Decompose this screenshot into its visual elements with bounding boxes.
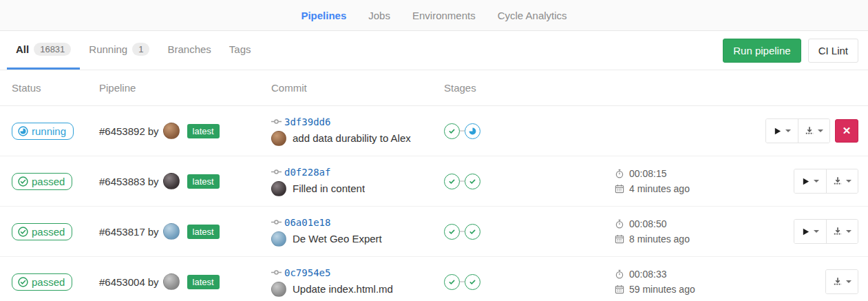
- nav-item-cycle-analytics[interactable]: Cycle Analytics: [498, 10, 567, 21]
- pipeline-row: passed #6453004 by latest 0c7954e5 Updat…: [0, 257, 868, 301]
- latest-badge: latest: [187, 174, 220, 189]
- commit-sha-link[interactable]: d0f228af: [284, 167, 330, 178]
- avatar[interactable]: [271, 181, 286, 196]
- status-label: running: [32, 125, 66, 137]
- status-badge-running[interactable]: running: [12, 123, 74, 140]
- avatar[interactable]: [271, 282, 286, 297]
- tab-tags[interactable]: Tags: [220, 31, 260, 70]
- pipeline-link[interactable]: #6453817: [99, 226, 145, 238]
- play-icon: [801, 177, 810, 186]
- chevron-down-icon: [814, 180, 819, 183]
- tab-branches[interactable]: Branches: [158, 31, 220, 70]
- column-header-stages: Stages: [444, 82, 609, 94]
- tab-all-count-badge: 16831: [34, 43, 71, 56]
- avatar[interactable]: [271, 231, 286, 247]
- column-header-status: Status: [0, 82, 99, 94]
- avatar[interactable]: [163, 123, 180, 139]
- pipeline-finished-ago: 4 minutes ago: [629, 183, 690, 194]
- latest-badge: latest: [187, 275, 220, 289]
- status-badge-passed[interactable]: passed: [12, 173, 72, 190]
- tab-tags-label: Tags: [229, 43, 251, 55]
- tab-all[interactable]: All 16831: [7, 31, 80, 70]
- calendar-icon: [615, 184, 624, 194]
- artifacts-download-button[interactable]: [826, 220, 858, 243]
- pipeline-duration: 00:08:33: [629, 269, 667, 280]
- pipeline-link[interactable]: #6453883: [99, 176, 145, 187]
- play-icon: [773, 127, 782, 136]
- latest-badge: latest: [187, 225, 220, 239]
- artifacts-download-button[interactable]: [798, 119, 829, 143]
- stage-connector: [460, 231, 465, 232]
- stage-passed-icon[interactable]: [444, 123, 460, 139]
- status-badge-passed[interactable]: passed: [12, 223, 72, 240]
- chevron-down-icon: [818, 129, 823, 132]
- by-label: by: [148, 125, 159, 137]
- stage-connector: [460, 180, 465, 182]
- check-icon: [468, 227, 477, 236]
- status-badge-passed[interactable]: passed: [12, 273, 72, 291]
- commit-icon: [271, 267, 282, 278]
- pipeline-row: passed #6453817 by latest 06a01e18 De We…: [0, 207, 868, 257]
- stage-passed-icon[interactable]: [465, 224, 480, 240]
- commit-sha-link[interactable]: 0c7954e5: [284, 267, 330, 278]
- check-icon: [447, 278, 456, 287]
- chevron-down-icon: [785, 129, 791, 132]
- nav-item-environments[interactable]: Environments: [412, 10, 476, 21]
- manual-actions-group: [794, 219, 858, 244]
- close-icon: ✕: [843, 125, 851, 137]
- running-spinner-icon: [18, 126, 28, 136]
- commit-message-link[interactable]: add data durability to Alex: [293, 132, 411, 144]
- pipeline-finished-ago: 8 minutes ago: [629, 233, 690, 245]
- cancel-pipeline-button[interactable]: ✕: [835, 119, 858, 143]
- tab-all-label: All: [16, 43, 29, 55]
- commit-message-link[interactable]: Update index.html.md: [293, 283, 393, 295]
- commit-message-link[interactable]: De Wet Geo Expert: [293, 233, 382, 245]
- timer-icon: [615, 269, 624, 279]
- download-icon: [833, 176, 843, 186]
- avatar[interactable]: [163, 273, 180, 290]
- stage-passed-icon[interactable]: [444, 274, 460, 290]
- nav-item-jobs[interactable]: Jobs: [368, 10, 390, 21]
- pipeline-row: running #6453892 by latest 3df39dd6 add …: [0, 106, 868, 156]
- tab-running[interactable]: Running 1: [80, 31, 158, 70]
- pipeline-link[interactable]: #6453004: [99, 276, 145, 288]
- stage-passed-icon[interactable]: [444, 224, 460, 240]
- calendar-icon: [615, 284, 624, 294]
- chevron-down-icon: [846, 230, 851, 233]
- artifacts-download-button[interactable]: [826, 270, 858, 293]
- commit-icon: [271, 116, 282, 127]
- play-dropdown-button[interactable]: [794, 169, 826, 193]
- by-label: by: [148, 276, 159, 288]
- by-label: by: [148, 226, 159, 238]
- tab-running-label: Running: [89, 43, 127, 55]
- stage-passed-icon[interactable]: [465, 174, 480, 189]
- commit-sha-link[interactable]: 3df39dd6: [284, 116, 330, 127]
- pipelines-tabbar: All 16831 Running 1 Branches Tags Run pi…: [0, 31, 868, 70]
- play-dropdown-button[interactable]: [794, 220, 826, 243]
- tab-running-count-badge: 1: [132, 43, 149, 56]
- run-pipeline-button[interactable]: Run pipeline: [723, 39, 801, 63]
- avatar[interactable]: [163, 223, 180, 240]
- column-header-commit: Commit: [271, 82, 444, 94]
- commit-message-link[interactable]: Filled in content: [293, 183, 365, 194]
- avatar[interactable]: [271, 131, 286, 146]
- tab-branches-label: Branches: [167, 43, 211, 55]
- pipeline-row: passed #6453883 by latest d0f228af Fille…: [0, 156, 868, 207]
- play-dropdown-button[interactable]: [766, 119, 798, 143]
- stage-passed-icon[interactable]: [444, 174, 460, 189]
- check-icon: [447, 127, 456, 136]
- download-icon: [833, 277, 843, 287]
- pipeline-duration: 00:08:15: [629, 168, 667, 179]
- check-icon: [447, 227, 456, 236]
- timer-icon: [615, 219, 624, 229]
- stage-running-icon[interactable]: [465, 123, 480, 139]
- nav-item-pipelines[interactable]: Pipelines: [301, 10, 346, 21]
- ci-lint-button[interactable]: CI Lint: [808, 39, 858, 63]
- commit-sha-link[interactable]: 06a01e18: [284, 217, 330, 228]
- pipeline-link[interactable]: #6453892: [99, 125, 145, 137]
- calendar-icon: [615, 234, 624, 244]
- artifacts-download-button[interactable]: [826, 169, 858, 193]
- stage-passed-icon[interactable]: [465, 274, 480, 290]
- column-header-pipeline: Pipeline: [99, 82, 271, 94]
- avatar[interactable]: [163, 173, 180, 189]
